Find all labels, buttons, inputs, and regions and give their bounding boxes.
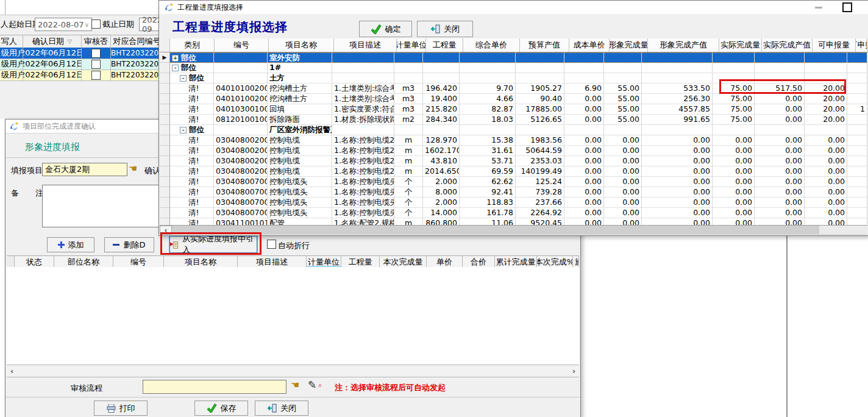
audit-checkbox[interactable] <box>91 71 101 80</box>
cell-audit-check <box>82 59 111 70</box>
column-header[interactable]: 本次完成量 <box>380 256 427 268</box>
column-header[interactable]: 实际完成产值 <box>762 38 813 52</box>
scroll-left-icon[interactable]: ‹ <box>160 226 172 235</box>
table-row[interactable]: -部位1# <box>160 63 867 73</box>
column-header[interactable]: 可申报 <box>856 38 867 52</box>
table-row[interactable]: 清!081201001002拆除路面1.材质:拆除现状路面m2284.34018… <box>160 115 867 125</box>
import-from-actual-button[interactable]: 从实际进度填报中引入 <box>169 236 257 253</box>
close-button[interactable]: 关闭 <box>255 401 308 416</box>
detail-table-body[interactable] <box>7 267 579 365</box>
column-header[interactable]: 类别 <box>170 38 215 52</box>
table-row[interactable]: 清!030408007001控制电缆头1.名称:控制电缆头2.规格个2.0006… <box>160 177 867 187</box>
table-row[interactable]: 级用户2022年06月12日CBHT220322002 <box>0 59 163 70</box>
add-button[interactable]: 添加 <box>47 237 94 252</box>
cell-act_qty <box>713 73 755 84</box>
maximize-button[interactable] <box>842 2 852 12</box>
column-header[interactable]: 编号 <box>113 256 164 268</box>
column-header[interactable]: 综合单价 <box>463 38 520 52</box>
chevron-down-icon[interactable]: ∨ <box>85 21 89 28</box>
table-row[interactable]: 清!040101002003挖沟槽土方1.土壤类别:综合考虑m319.4004.… <box>160 94 867 104</box>
table-row[interactable]: 清!030408007004控制电缆头1.名称:控制电缆头2.规格个14.000… <box>160 208 867 218</box>
table-row[interactable]: 清!040101002002挖沟槽土方1.土壤类别:综合考虑m3196.4209… <box>160 84 867 94</box>
table-row[interactable]: 清!030408002004控制电缆1.名称:控制电缆2.型号m1602.170… <box>160 146 867 156</box>
workflow-input[interactable] <box>143 380 286 394</box>
cell-img_qty: 0.00 <box>604 146 642 156</box>
column-header[interactable]: 预算产值 <box>520 38 569 52</box>
column-header[interactable]: 可申报量 <box>813 38 856 52</box>
table-row[interactable]: 级用户2022年06月12日CBHT220322002 <box>0 48 163 59</box>
column-header[interactable]: 工程量 <box>341 256 380 268</box>
cell-act_val: 517.50 <box>755 84 805 94</box>
column-header[interactable]: 工程量 <box>426 38 463 52</box>
quantity-table-rows: ▶+部位室外安防-部位1#-部位土方清!040101002002挖沟槽土方1.土… <box>160 52 867 225</box>
collapse-icon[interactable]: - <box>172 65 179 71</box>
scroll-right-icon[interactable]: › <box>569 366 579 376</box>
column-header[interactable]: 项目名称 <box>269 38 334 52</box>
column-header[interactable]: 形象完成量 <box>610 38 648 52</box>
autowrap-checkbox[interactable] <box>267 240 276 249</box>
column-header[interactable]: 形象完成产值 <box>648 38 719 52</box>
column-header[interactable]: 审核否 <box>82 35 111 48</box>
table-row[interactable]: ▶+部位室外安防 <box>160 52 867 63</box>
scrollbar-corner <box>819 226 867 234</box>
audit-checkbox[interactable] <box>91 49 101 58</box>
collapse-icon[interactable]: - <box>180 75 187 82</box>
save-button[interactable]: 保存 <box>194 401 248 416</box>
column-header[interactable]: 编号 <box>215 38 269 52</box>
pencil-edit-icon[interactable]: ✎〃 <box>308 379 323 391</box>
column-header[interactable]: 状态 <box>15 256 54 268</box>
table-row[interactable]: 清!040103001003回填1.密实度要求:符合设计m3215.82082.… <box>160 104 867 115</box>
column-header[interactable]: 合价 <box>463 256 495 268</box>
end-date-checkbox[interactable] <box>91 20 101 29</box>
cell-budget <box>516 52 564 63</box>
cell-cost: 0.00 <box>564 94 604 104</box>
column-header[interactable]: 计量单位 <box>307 256 341 268</box>
cell-act_val: 0.00 <box>755 104 805 115</box>
print-button[interactable]: 打印 <box>94 401 148 416</box>
expand-icon[interactable]: + <box>172 55 179 62</box>
table-row[interactable]: 清!030408002002控制电缆1.名称:控制电缆2.型号m43.81053… <box>160 156 867 166</box>
column-header[interactable]: 对应合同编号 <box>111 35 163 48</box>
audit-checkbox[interactable] <box>91 60 101 69</box>
detail-table-header: 状态部位名称编号项目名称项目描述计量单位工程量本次完成量单价合价累计完成量本次完… <box>7 255 579 268</box>
horizontal-scrollbar[interactable]: ‹ <box>160 225 867 235</box>
table-row[interactable]: 级用户2022年06月12日CBHT220322002 <box>0 70 163 80</box>
cell-extra <box>847 52 867 63</box>
column-header[interactable]: 单价 <box>427 256 463 268</box>
column-header[interactable]: 写人 <box>0 35 23 48</box>
table-row[interactable]: -部位土方 <box>160 73 867 84</box>
column-header[interactable]: 施工 <box>573 256 579 268</box>
table-row[interactable]: 清!030408007003控制电缆头1.名称:控制电缆头2.规格个2.0001… <box>160 198 867 208</box>
quantity-table-header: 类别编号项目名称项目描述计量单位工程量综合单价预算产值成本单价形象完成量形象完成… <box>160 38 867 52</box>
cell-unit <box>394 63 423 73</box>
column-header[interactable]: 计量单位 <box>397 38 426 52</box>
column-header[interactable]: 项目名称 <box>164 256 238 268</box>
scroll-left-icon[interactable]: ‹ <box>7 366 17 376</box>
cell-act_val: 0.00 <box>755 218 805 225</box>
project-input[interactable]: 金石大厦2期 <box>42 163 127 176</box>
minimize-button[interactable] <box>815 7 822 9</box>
column-header[interactable]: 确认日期▽ <box>23 35 82 48</box>
table-row[interactable]: 清!030408002001控制电缆1.名称:控制电缆2.型号m128.9701… <box>160 135 867 146</box>
table-row[interactable]: 清!030408002003控制电缆1.名称:控制电缆2.型号m2014.650… <box>160 166 867 177</box>
plus-icon <box>58 241 65 248</box>
column-header[interactable]: 项目描述 <box>238 256 307 268</box>
column-header[interactable]: 实际完成量 <box>719 38 762 52</box>
hand-picker-icon[interactable]: ☚ <box>291 381 299 390</box>
column-header[interactable]: 累计完成量 <box>495 256 537 268</box>
dialog-titlebar[interactable]: 工程量进度填报选择 <box>159 1 868 14</box>
column-header[interactable]: 成本单价 <box>569 38 610 52</box>
table-row[interactable]: 清!030408007002控制电缆头1.名称:控制电缆头2.规格个8.0009… <box>160 187 867 198</box>
ok-button[interactable]: 确定 <box>359 21 412 37</box>
table-row[interactable]: -部位厂区室外消防报警系统 <box>160 125 867 135</box>
collapse-icon[interactable]: - <box>180 127 187 134</box>
table-row[interactable]: 清!030411001012配管1.名称:配管2.规格:型号m860.80011… <box>160 218 867 225</box>
start-date-combobox[interactable]: 2022-08-07 ∨ <box>35 18 92 31</box>
column-header[interactable]: 项目描述 <box>334 38 397 52</box>
hand-picker-icon[interactable]: ☚ <box>129 165 137 173</box>
column-header[interactable]: 本次完成% <box>537 256 573 268</box>
horizontal-scrollbar[interactable]: ‹ › <box>7 365 579 377</box>
close-button[interactable]: 关闭 <box>417 21 473 37</box>
column-header[interactable]: 部位名称 <box>54 256 113 268</box>
delete-button[interactable]: 删除D <box>104 237 154 252</box>
